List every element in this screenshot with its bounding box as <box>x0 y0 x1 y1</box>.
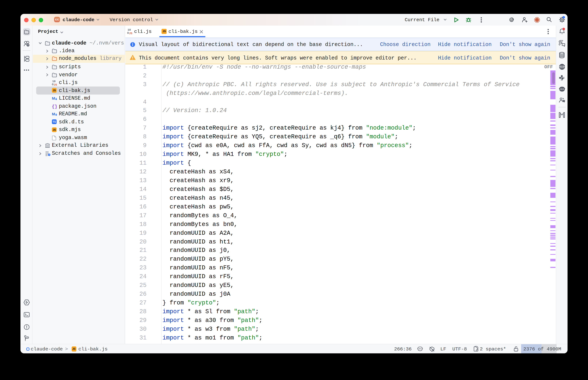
svg-text:{}: {} <box>52 104 57 109</box>
svg-text:O: O <box>52 83 54 86</box>
svg-text:O: O <box>127 32 129 34</box>
svg-text:JS: JS <box>129 32 132 34</box>
svg-text:M: M <box>52 112 55 116</box>
svg-text:M: M <box>52 96 55 100</box>
svg-text:10: 10 <box>52 80 56 83</box>
svg-text:JS: JS <box>54 83 57 86</box>
svg-text:?: ? <box>27 44 29 46</box>
svg-text:10: 10 <box>127 28 131 32</box>
